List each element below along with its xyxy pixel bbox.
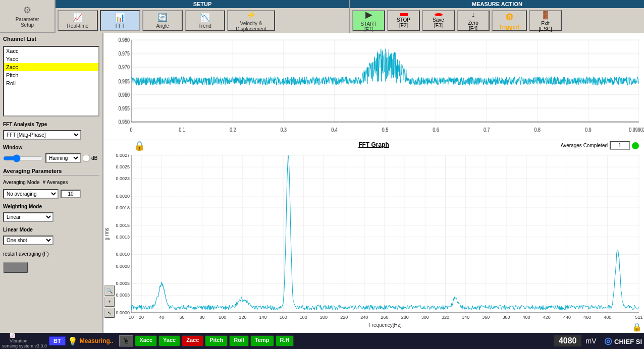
plus-tool[interactable]: + [104,297,115,307]
app-logo: 📈 Vibration sensing system v3.0.0 [2,327,47,349]
exit-label: Exit[ESC] [539,21,552,32]
badge-yacc[interactable]: Yacc [158,335,180,346]
save-button[interactable]: Save[F3] [422,10,455,31]
exit-button[interactable]: 🚪 Exit[ESC] [529,10,562,31]
measure-section: MEASURE ACTION ▶ START[F1] STOP[F2] Save… [350,0,644,32]
channel-zacc[interactable]: Zacc [4,63,98,71]
stop-button[interactable]: STOP[F2] [387,10,420,31]
averages-label: Averages Completed [561,143,608,148]
bottom-bar: 📈 Vibration sensing system v3.0.0 BT 💡 M… [0,333,644,349]
restart-label: restart averaging (F) [3,251,99,257]
averages-box: 1 [610,141,630,150]
tab-realtime[interactable]: 📈 Real-time [58,10,98,31]
bt-button[interactable]: BT [49,336,66,345]
averaging-section-title: Averaging Parameters [3,168,99,176]
stop-label: STOP[F2] [397,17,410,28]
mv-unit: mV [585,337,596,345]
tab-angle[interactable]: 🔄 Angle [142,10,183,31]
lock-icon: 🔒 [134,140,145,151]
badge-temp[interactable]: Temp [250,335,274,346]
start-button[interactable]: ▶ START[F1] [352,10,385,31]
param-setup-label: ParameterSetup [16,17,39,28]
app-container: ⚙ ParameterSetup SETUP 📈 Real-time 📊 FFT… [0,0,644,349]
weighting-label: Weighting Mode [3,204,99,209]
avg-count-label: # Averages [43,180,68,185]
trigger-button[interactable]: ⚙ Trigger! [492,10,527,31]
channel-list-label: Channel List [3,36,99,42]
realtime-icon: 📈 [73,13,83,22]
trigger-label: Trigger! [499,24,520,30]
time-chart [103,33,644,140]
trend-label: Trend [198,23,211,29]
linear-mode-row: One shot [3,236,99,245]
top-bar: ⚙ ParameterSetup SETUP 📈 Real-time 📊 FFT… [0,0,644,33]
chief-logo: ◎ CHIEF SI [604,335,642,346]
tabs-section: SETUP 📈 Real-time 📊 FFT 🔄 Angle 📉 Trend [56,0,350,32]
badge-zacc[interactable]: Zacc [182,335,203,346]
restart-button[interactable] [3,262,28,273]
mv-value: 4080 [559,336,577,345]
bulb-icon: 💡 [68,336,78,346]
badge-xacc[interactable]: Xacc [135,335,157,346]
fft-type-select[interactable]: FFT [Mag-Phase] [3,130,81,140]
mv-display: 4080 [554,335,582,346]
linear-mode-label: Linear Mode [3,227,99,232]
cursor-tool[interactable]: ↖ [104,308,115,318]
start-icon: ▶ [365,9,372,20]
tab-trend[interactable]: 📉 Trend [185,10,225,31]
exit-arrow-icon: 🚪 [541,10,551,20]
param-setup-button[interactable]: ⚙ ParameterSetup [0,0,56,32]
window-slider[interactable] [3,154,43,162]
measuring-label: Measuring.. [80,337,114,344]
save-label: Save[F3] [433,17,444,28]
zero-icon: ↓ [471,10,475,19]
velocity-label: Velocity &Displacement [236,21,266,32]
channel-roll[interactable]: Roll [4,79,98,87]
zoom-tool[interactable]: 🔍 [104,285,115,296]
zero-button[interactable]: ↓ Zero[F4] [457,10,490,31]
stop-icon [400,13,408,16]
badge-pitch[interactable]: Pitch [205,335,228,346]
angle-label: Angle [156,23,169,29]
db-checkbox[interactable] [83,155,89,161]
zero-label: Zero[F4] [468,20,478,31]
linear-mode-select[interactable]: One shot [3,236,53,245]
averages-row: Averages Completed 1 [561,141,639,150]
fft-type-row: FFT [Mag-Phase] [3,130,99,140]
avg-mode-label: Averaging Mode [3,180,40,185]
avg-count-box: 10 [61,190,81,198]
window-row: Hanning dB [3,153,99,163]
chart-area: FFT Graph Averages Completed 1 🔒 🔍 + ↖ 🔒 [103,33,644,333]
tabs-buttons: 📈 Real-time 📊 FFT 🔄 Angle 📉 Trend ⚡ [56,8,349,33]
fft-chart-container: FFT Graph Averages Completed 1 🔒 🔍 + ↖ 🔒 [103,140,644,333]
tab-velocity[interactable]: ⚡ Velocity &Displacement [227,10,275,31]
fft-chart-title: FFT Graph [358,141,389,148]
weighting-select[interactable]: Linear [3,212,53,222]
fft-chart-corner-icon: 🔒 [632,322,642,332]
trend-icon: 📉 [200,13,210,22]
main-content: Channel List Xacc Yacc Zacc Pitch Roll F… [0,33,644,333]
channel-xacc[interactable]: Xacc [4,47,98,55]
avg-green-dot [632,142,639,149]
window-type-select[interactable]: Hanning [45,153,81,163]
angle-icon: 🔄 [157,13,168,22]
fft-analysis-label: FFT Analysis Type [3,122,99,127]
tab-fft[interactable]: 📊 FFT [100,10,140,31]
channel-list-box[interactable]: Xacc Yacc Zacc Pitch Roll [3,46,99,117]
channel-pitch[interactable]: Pitch [4,71,98,79]
left-panel: Channel List Xacc Yacc Zacc Pitch Roll F… [0,33,103,333]
setup-header: SETUP [56,0,349,8]
chart-tools: 🔍 + ↖ [103,284,116,319]
mouse-icon[interactable]: 🖱 [119,335,133,346]
averaging-mode-select[interactable]: No averaging [3,189,59,199]
measure-header: MEASURE ACTION [350,0,644,8]
trigger-icon: ⚙ [505,12,513,23]
db-label: dB [91,155,97,161]
badge-rh[interactable]: R.H [276,335,294,346]
weighting-row: Linear [3,212,99,222]
param-setup-icon: ⚙ [23,5,31,16]
start-label: START[F1] [361,21,377,32]
fft-label: FFT [116,23,125,29]
channel-yacc[interactable]: Yacc [4,55,98,63]
badge-roll[interactable]: Roll [229,335,249,346]
